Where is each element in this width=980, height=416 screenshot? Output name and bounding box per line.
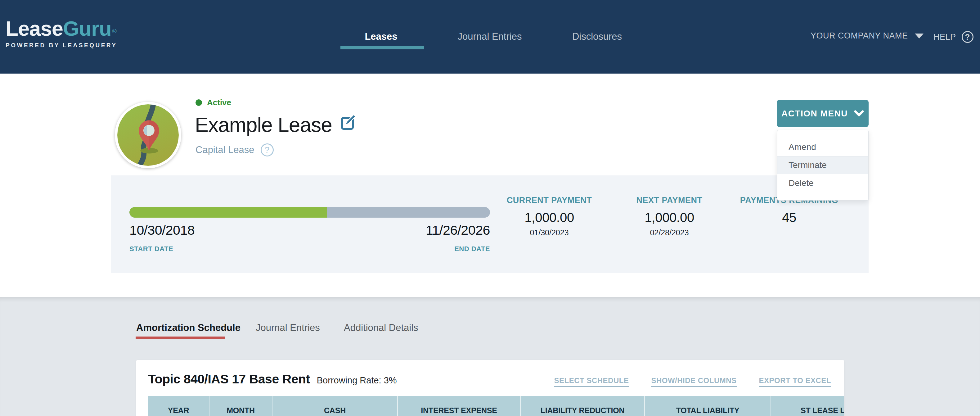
help-question-icon: ?	[962, 31, 974, 43]
menu-item-amend[interactable]: Amend	[777, 138, 868, 156]
progress-fill	[129, 207, 327, 218]
schedule-title: Topic 840/IAS 17 Base Rent	[148, 372, 310, 387]
export-to-excel-link[interactable]: EXPORT TO EXCEL	[759, 376, 831, 387]
schedule-title-row: Topic 840/IAS 17 Base Rent Borrowing Rat…	[148, 372, 397, 387]
app-canvas: LeaseGuru® POWERED BY LEASEQUERY Leases …	[0, 0, 980, 416]
lease-status: Active	[196, 98, 231, 107]
logo-wordmark: LeaseGuru®	[6, 18, 117, 39]
lease-title: Example Lease	[195, 114, 332, 136]
leaseguru-logo[interactable]: LeaseGuru® POWERED BY LEASEQUERY	[6, 18, 117, 49]
action-menu-dropdown: Amend Terminate Delete	[777, 130, 869, 201]
select-schedule-link[interactable]: SELECT SCHEDULE	[554, 376, 629, 387]
lease-term-progress-bar	[129, 207, 490, 218]
borrowing-rate-label: Borrowing Rate: 3%	[317, 375, 397, 386]
schedule-actions: SELECT SCHEDULE SHOW/HIDE COLUMNS EXPORT…	[554, 376, 831, 387]
column-header-year[interactable]: YEAR	[148, 396, 209, 416]
lease-type-help-icon[interactable]: ?	[261, 143, 274, 156]
action-menu-label: ACTION MENU	[781, 108, 848, 119]
amortization-schedule-card: Topic 840/IAS 17 Base Rent Borrowing Rat…	[136, 360, 844, 416]
tab-journal-entries[interactable]: Journal Entries	[256, 322, 320, 333]
stat-date: 02/28/2023	[592, 228, 747, 237]
help-button[interactable]: HELP ?	[934, 31, 974, 43]
logo-lease-text: Lease	[6, 17, 63, 40]
company-name-label: YOUR COMPANY NAME	[811, 31, 908, 41]
column-header-month[interactable]: MONTH	[209, 396, 272, 416]
map-pin-illustration	[117, 104, 179, 166]
nav-tab-leases[interactable]: Leases	[364, 31, 397, 42]
edit-lease-icon[interactable]	[341, 114, 356, 132]
top-nav: LeaseGuru® POWERED BY LEASEQUERY Leases …	[0, 0, 980, 73]
nav-tab-disclosures[interactable]: Disclosures	[572, 31, 622, 42]
column-header-st-lease-liability[interactable]: ST LEASE LIABILITY	[770, 396, 844, 416]
nav-tab-journal-entries[interactable]: Journal Entries	[458, 31, 522, 42]
logo-guru-text: Guru	[63, 17, 111, 40]
status-label: Active	[207, 98, 231, 107]
end-date-label: END DATE	[129, 245, 490, 253]
column-header-interest-expense[interactable]: INTEREST EXPENSE	[397, 396, 520, 416]
lease-detail-section: Amortization Schedule Journal Entries Ad…	[0, 297, 980, 416]
tab-amortization-schedule[interactable]: Amortization Schedule	[136, 322, 240, 333]
logo-tagline: POWERED BY LEASEQUERY	[6, 42, 117, 49]
caret-down-icon	[915, 33, 924, 38]
lease-avatar	[115, 102, 181, 168]
menu-item-delete[interactable]: Delete	[777, 174, 868, 192]
column-header-total-liability[interactable]: TOTAL LIABILITY	[644, 396, 770, 416]
stat-value: 45	[711, 210, 867, 225]
status-dot-icon	[196, 99, 202, 106]
lease-summary-card: 10/30/2018 11/26/2026 START DATE END DAT…	[111, 175, 869, 273]
column-header-cash[interactable]: CASH	[272, 396, 397, 416]
lease-type-label: Capital Lease	[196, 144, 255, 156]
company-menu-button[interactable]: YOUR COMPANY NAME	[811, 31, 924, 41]
end-date-value: 11/26/2026	[129, 223, 490, 238]
lease-type-row: Capital Lease ?	[196, 143, 274, 156]
action-menu-button[interactable]: ACTION MENU	[777, 100, 869, 127]
column-header-liability-reduction[interactable]: LIABILITY REDUCTION	[520, 396, 644, 416]
menu-item-terminate[interactable]: Terminate	[777, 156, 868, 174]
tab-additional-details[interactable]: Additional Details	[344, 322, 418, 333]
lease-title-row: Example Lease	[195, 114, 356, 136]
active-detail-tab-underline	[135, 336, 225, 339]
schedule-table-header: YEAR MONTH CASH INTEREST EXPENSE LIABILI…	[148, 396, 844, 416]
show-hide-columns-link[interactable]: SHOW/HIDE COLUMNS	[651, 376, 737, 387]
registered-trademark-icon: ®	[112, 28, 116, 35]
chevron-down-icon	[854, 110, 864, 117]
active-tab-underline	[340, 46, 424, 49]
help-label: HELP	[934, 32, 956, 42]
